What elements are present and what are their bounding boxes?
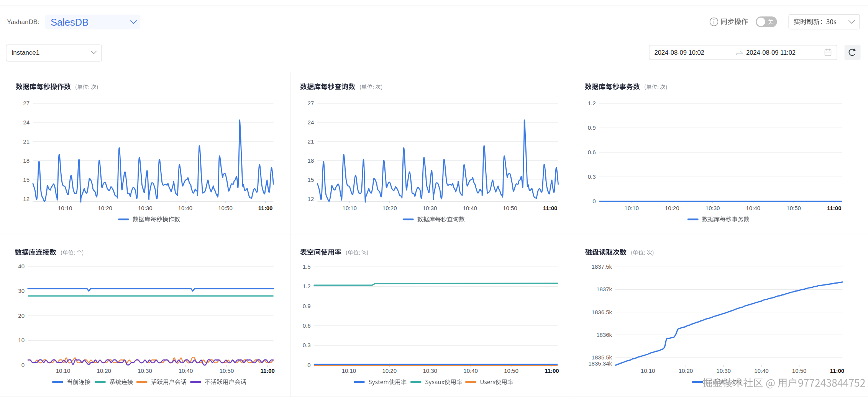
svg-text:10:20: 10:20 bbox=[665, 205, 679, 211]
svg-text:10:10: 10:10 bbox=[58, 205, 72, 211]
svg-text:10:50: 10:50 bbox=[786, 205, 801, 211]
svg-text:2024-08-09 10:02: 2024-08-09 10:02 bbox=[655, 49, 704, 56]
svg-text:1.2: 1.2 bbox=[303, 283, 311, 289]
svg-text:27: 27 bbox=[23, 100, 30, 106]
svg-text:24: 24 bbox=[308, 119, 314, 126]
svg-text:21: 21 bbox=[308, 138, 314, 145]
svg-text:0.3: 0.3 bbox=[588, 173, 596, 180]
svg-text:10:40: 10:40 bbox=[754, 367, 769, 374]
svg-text:21: 21 bbox=[23, 138, 30, 145]
svg-text:10:50: 10:50 bbox=[218, 205, 233, 211]
svg-text:27: 27 bbox=[308, 100, 314, 106]
svg-text:10:30: 10:30 bbox=[138, 205, 153, 211]
svg-text:1836.5k: 1836.5k bbox=[592, 309, 612, 315]
svg-text:11:00: 11:00 bbox=[260, 367, 275, 374]
svg-text:0: 0 bbox=[21, 362, 25, 368]
svg-text:11:00: 11:00 bbox=[543, 205, 558, 211]
svg-text:11:00: 11:00 bbox=[827, 205, 842, 211]
svg-text:0: 0 bbox=[307, 362, 310, 368]
svg-text:15: 15 bbox=[308, 176, 314, 183]
svg-text:10:10: 10:10 bbox=[56, 367, 71, 374]
svg-text:10:50: 10:50 bbox=[792, 367, 807, 374]
svg-text:10:20: 10:20 bbox=[98, 205, 112, 211]
svg-text:10: 10 bbox=[18, 337, 25, 343]
svg-text:10:30: 10:30 bbox=[706, 205, 720, 211]
svg-text:10:30: 10:30 bbox=[423, 205, 437, 211]
svg-text:10:30: 10:30 bbox=[138, 367, 152, 374]
svg-text:20: 20 bbox=[18, 312, 25, 319]
svg-text:0: 0 bbox=[592, 198, 596, 204]
svg-text:10:10: 10:10 bbox=[624, 205, 639, 211]
svg-text:1.2: 1.2 bbox=[588, 100, 596, 106]
svg-text:10:20: 10:20 bbox=[97, 367, 111, 374]
svg-text:10:40: 10:40 bbox=[746, 205, 761, 211]
svg-text:1.5: 1.5 bbox=[303, 263, 311, 270]
svg-text:10:50: 10:50 bbox=[504, 367, 519, 374]
svg-text:10:40: 10:40 bbox=[179, 367, 193, 374]
svg-text:12: 12 bbox=[23, 196, 30, 202]
svg-text:10:40: 10:40 bbox=[463, 205, 477, 211]
svg-text:10:20: 10:20 bbox=[382, 367, 397, 374]
svg-text:12: 12 bbox=[308, 196, 314, 202]
svg-text:40: 40 bbox=[18, 263, 25, 269]
svg-text:18: 18 bbox=[23, 157, 30, 164]
svg-text:1837.5k: 1837.5k bbox=[592, 263, 612, 270]
svg-text:30: 30 bbox=[18, 287, 25, 294]
svg-text:10:30: 10:30 bbox=[423, 367, 437, 374]
svg-text:0.9: 0.9 bbox=[588, 124, 596, 131]
svg-text:10:20: 10:20 bbox=[679, 367, 693, 374]
svg-text:0.9: 0.9 bbox=[303, 303, 311, 309]
svg-text:10:50: 10:50 bbox=[503, 205, 517, 211]
svg-text:10:50: 10:50 bbox=[220, 367, 234, 374]
svg-text:18: 18 bbox=[308, 157, 314, 164]
svg-text:1837k: 1837k bbox=[596, 286, 612, 292]
svg-text:0.3: 0.3 bbox=[303, 342, 311, 348]
svg-text:1835.5k: 1835.5k bbox=[592, 354, 612, 361]
svg-text:10:10: 10:10 bbox=[641, 367, 655, 374]
svg-text:1836k: 1836k bbox=[596, 331, 612, 338]
svg-text:2024-08-09 11:02: 2024-08-09 11:02 bbox=[746, 49, 796, 56]
svg-text:10:10: 10:10 bbox=[342, 367, 356, 374]
svg-text:10:40: 10:40 bbox=[178, 205, 193, 211]
svg-text:0.6: 0.6 bbox=[303, 322, 311, 329]
svg-text:10:30: 10:30 bbox=[716, 367, 731, 374]
svg-text:10:40: 10:40 bbox=[463, 367, 478, 374]
svg-text:1835.34k: 1835.34k bbox=[588, 360, 612, 367]
svg-text:0.6: 0.6 bbox=[588, 149, 596, 155]
svg-text:15: 15 bbox=[23, 176, 30, 183]
svg-text:11:00: 11:00 bbox=[258, 205, 273, 211]
svg-text:YashanDB:: YashanDB: bbox=[7, 18, 39, 26]
svg-text:24: 24 bbox=[23, 119, 30, 126]
svg-text:11:00: 11:00 bbox=[830, 367, 845, 374]
svg-text:11:00: 11:00 bbox=[545, 367, 559, 374]
svg-text:10:10: 10:10 bbox=[342, 205, 357, 211]
svg-text:instance1: instance1 bbox=[12, 49, 40, 56]
svg-text:SalesDB: SalesDB bbox=[51, 17, 89, 28]
svg-text:10:20: 10:20 bbox=[382, 205, 397, 211]
